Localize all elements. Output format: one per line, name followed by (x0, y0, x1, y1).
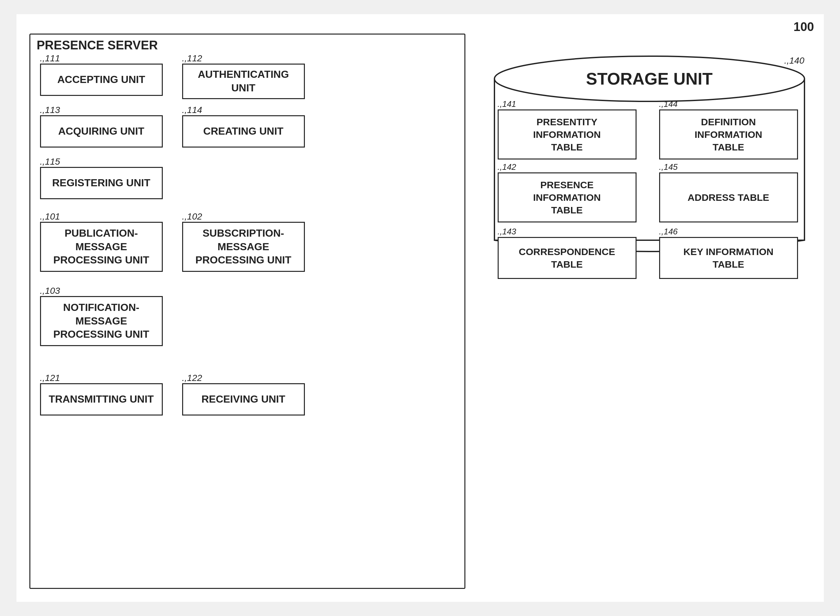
ref-122: .,122 (182, 373, 202, 383)
address-table-box: ADDRESS TABLE (659, 172, 798, 223)
ref-115: .,115 (40, 157, 60, 167)
ref-121: .,121 (40, 373, 60, 383)
storage-unit-area: .,140 STORAGE UNIT .,141 PRESENTITYINFOR… (488, 34, 811, 589)
ref-143: .,143 (498, 227, 516, 237)
presence-info-table-box: PRESENCEINFORMATIONTABLE (498, 172, 637, 223)
registering-unit-box: REGISTERING UNIT (40, 167, 163, 199)
presence-server-label: PRESENCE SERVER (37, 38, 158, 52)
acquiring-unit-box: ACQUIRING UNIT (40, 115, 163, 148)
key-info-table-box: KEY INFORMATIONTABLE (659, 237, 798, 279)
ref-111: .,111 (40, 53, 60, 64)
storage-unit-label: STORAGE UNIT (488, 69, 811, 88)
ref-113: .,113 (40, 105, 60, 115)
transmitting-unit-box: TRANSMITTING UNIT (40, 383, 163, 415)
ref-146: .,146 (659, 227, 678, 237)
ref-114: .,114 (182, 105, 202, 115)
ref-102: .,102 (182, 211, 202, 222)
ref-141: .,141 (498, 99, 516, 109)
definition-info-table-box: DEFINITIONINFORMATIONTABLE (659, 110, 798, 160)
ref-142: .,142 (498, 162, 516, 172)
ref-144: .,144 (659, 99, 678, 109)
notification-unit-box: NOTIFICATION-MESSAGEPROCESSING UNIT (40, 296, 163, 346)
ref-112: .,112 (182, 53, 202, 64)
ref-101: .,101 (40, 211, 60, 222)
ref-145: .,145 (659, 162, 678, 172)
diagram-ref-100: 100 (793, 20, 814, 34)
correspondence-table-box: CORRESPONDENCETABLE (498, 237, 637, 279)
creating-unit-box: CREATING UNIT (182, 115, 305, 148)
publication-unit-box: PUBLICATION-MESSAGEPROCESSING UNIT (40, 222, 163, 272)
ref-140: .,140 (784, 56, 804, 66)
receiving-unit-box: RECEIVING UNIT (182, 383, 305, 415)
presentity-info-table-box: PRESENTITYINFORMATIONTABLE (498, 110, 637, 160)
subscription-unit-box: SUBSCRIPTION-MESSAGEPROCESSING UNIT (182, 222, 305, 272)
accepting-unit-box: ACCEPTING UNIT (40, 64, 163, 96)
diagram-page: 100 PRESENCE SERVER .,111 ACCEPTING UNIT… (16, 14, 824, 602)
presence-server-box: PRESENCE SERVER .,111 ACCEPTING UNIT .,1… (29, 34, 466, 589)
authenticating-unit-box: AUTHENTICATINGUNIT (182, 64, 305, 99)
ref-103: .,103 (40, 286, 60, 296)
